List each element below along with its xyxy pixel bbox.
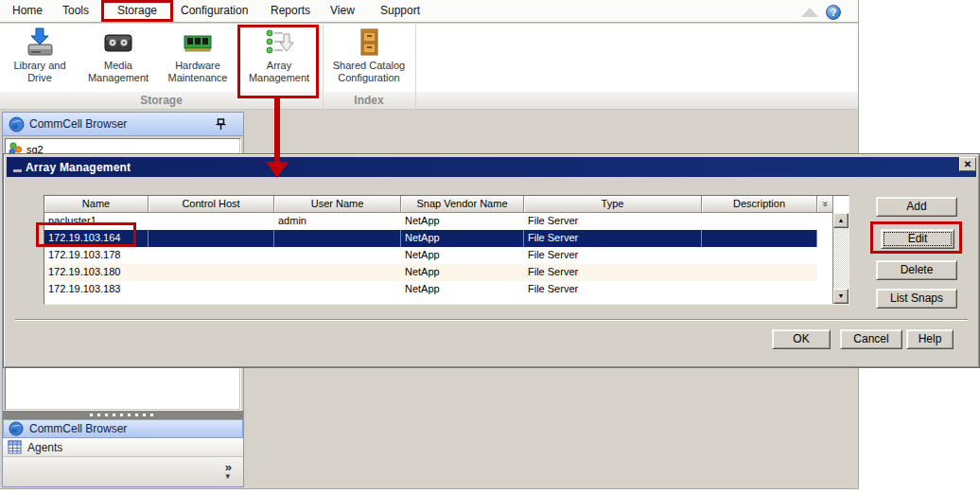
list-snaps-button[interactable]: List Snaps bbox=[876, 289, 957, 309]
table-cell-snap_vendor_name[interactable]: NetApp bbox=[401, 281, 524, 298]
ribbon-separator bbox=[415, 25, 416, 108]
table-cell-description[interactable] bbox=[702, 281, 817, 298]
shortcut-label: Agents bbox=[27, 441, 62, 454]
dialog-title: Array Management bbox=[26, 161, 131, 174]
vertical-scrollbar[interactable] bbox=[832, 213, 849, 304]
cancel-button[interactable]: Cancel bbox=[840, 329, 902, 349]
table-header-row: NameControl HostUser NameSnap Vendor Nam… bbox=[44, 196, 849, 213]
array-table: NameControl HostUser NameSnap Vendor Nam… bbox=[44, 195, 849, 305]
table-cell-type[interactable]: File Server bbox=[524, 213, 702, 230]
table-body: nacluster1adminNetAppFile Server172.19.1… bbox=[44, 213, 817, 304]
commcell-browser-header[interactable]: CommCell Browser bbox=[3, 113, 243, 136]
panel-bottom-strip bbox=[3, 457, 243, 486]
shortcut-commcell-browser[interactable]: CommCell Browser bbox=[3, 419, 243, 438]
dialog-separator bbox=[15, 319, 968, 321]
ribbon-hardware-maintenance[interactable]: Hardware Maintenance bbox=[157, 25, 238, 97]
menu-home[interactable]: Home bbox=[12, 4, 43, 17]
column-header-snap_vendor_name[interactable]: Snap Vendor Name bbox=[401, 196, 524, 213]
help-icon[interactable] bbox=[826, 5, 841, 20]
annotation-box-edit-button bbox=[870, 221, 962, 254]
scroll-up-icon[interactable] bbox=[833, 213, 849, 228]
table-cell-control_host[interactable] bbox=[149, 264, 274, 281]
table-row-172.19.103.178[interactable]: 172.19.103.178NetAppFile Server bbox=[44, 247, 817, 264]
table-cell-snap_vendor_name[interactable]: NetApp bbox=[401, 264, 524, 281]
table-cell-type[interactable]: File Server bbox=[524, 264, 702, 281]
shortcut-agents[interactable]: Agents bbox=[3, 438, 243, 457]
column-header-description[interactable]: Description bbox=[702, 196, 817, 213]
close-icon[interactable] bbox=[959, 157, 976, 171]
annotation-box-storage-menu bbox=[101, 0, 173, 22]
add-button[interactable]: Add bbox=[876, 197, 957, 217]
ribbon-media-management[interactable]: Media Management bbox=[81, 25, 155, 97]
ribbon-label: Library and bbox=[2, 60, 78, 72]
collapse-ribbon-icon[interactable] bbox=[800, 6, 819, 19]
menu-support[interactable]: Support bbox=[380, 4, 420, 17]
annotation-arrow-line bbox=[274, 97, 280, 163]
table-row-nacluster1[interactable]: nacluster1adminNetAppFile Server bbox=[44, 213, 817, 230]
table-row-172.19.103.180[interactable]: 172.19.103.180NetAppFile Server bbox=[44, 264, 817, 281]
table-cell-description[interactable] bbox=[702, 264, 817, 281]
table-cell-user_name[interactable] bbox=[274, 281, 401, 298]
screenshot-root: Home Tools Storage Configuration Reports… bbox=[0, 0, 980, 494]
ribbon-label: Shared Catalog bbox=[325, 60, 412, 72]
pin-icon[interactable] bbox=[216, 118, 226, 131]
panel-splitter[interactable] bbox=[3, 411, 243, 419]
dialog-window-icon bbox=[13, 169, 22, 172]
table-cell-user_name[interactable] bbox=[274, 247, 401, 264]
table-cell-control_host[interactable] bbox=[149, 213, 274, 230]
table-cell-type[interactable]: File Server bbox=[524, 230, 702, 247]
table-cell-snap_vendor_name[interactable]: NetApp bbox=[401, 213, 524, 230]
table-cell-user_name[interactable] bbox=[274, 230, 401, 247]
table-cell-description[interactable] bbox=[702, 247, 817, 264]
delete-button[interactable]: Delete bbox=[876, 260, 957, 280]
column-header-type[interactable]: Type bbox=[524, 196, 702, 213]
library-and-drive-icon bbox=[24, 26, 56, 59]
ribbon-shared-catalog-configuration[interactable]: Shared Catalog Configuration bbox=[325, 25, 412, 97]
table-cell-snap_vendor_name[interactable]: NetApp bbox=[401, 230, 524, 247]
ok-button[interactable]: OK bbox=[772, 329, 831, 349]
column-customize-icon[interactable] bbox=[817, 196, 833, 213]
ribbon-label: Hardware bbox=[157, 60, 238, 72]
table-cell-control_host[interactable] bbox=[149, 230, 274, 247]
table-cell-name[interactable]: 172.19.103.180 bbox=[44, 264, 149, 281]
table-cell-name[interactable]: 172.19.103.183 bbox=[44, 281, 149, 298]
annotation-box-selected-array bbox=[36, 222, 136, 247]
column-header-name[interactable]: Name bbox=[44, 196, 149, 213]
table-row-172.19.103.164[interactable]: 172.19.103.164NetAppFile Server bbox=[44, 230, 817, 247]
column-header-control_host[interactable]: Control Host bbox=[149, 196, 274, 213]
media-management-icon bbox=[102, 26, 134, 59]
table-cell-snap_vendor_name[interactable]: NetApp bbox=[401, 247, 524, 264]
annotation-arrow-head bbox=[266, 162, 289, 178]
ribbon-label: Configuration bbox=[325, 72, 412, 84]
array-management-dialog: Array Management NameControl HostUser Na… bbox=[3, 153, 980, 368]
shared-catalog-icon bbox=[353, 26, 385, 59]
menu-reports[interactable]: Reports bbox=[271, 4, 310, 17]
help-button[interactable]: Help bbox=[906, 329, 954, 349]
table-cell-description[interactable] bbox=[702, 213, 817, 230]
dialog-titlebar: Array Management bbox=[7, 157, 976, 177]
table-row-172.19.103.183[interactable]: 172.19.103.183NetAppFile Server bbox=[44, 281, 817, 298]
table-cell-type[interactable]: File Server bbox=[524, 281, 702, 298]
column-header-user_name[interactable]: User Name bbox=[274, 196, 401, 213]
menu-view[interactable]: View bbox=[330, 4, 355, 17]
agents-grid-icon bbox=[8, 440, 22, 454]
table-cell-type[interactable]: File Server bbox=[524, 247, 702, 264]
ribbon-separator bbox=[323, 25, 324, 108]
ribbon-label: Management bbox=[81, 72, 155, 84]
globe-icon bbox=[9, 421, 24, 436]
table-cell-description[interactable] bbox=[702, 230, 817, 247]
scroll-down-icon[interactable] bbox=[833, 289, 849, 304]
hardware-maintenance-icon bbox=[182, 26, 214, 59]
chevron-down-icon[interactable] bbox=[225, 471, 230, 481]
menu-tools[interactable]: Tools bbox=[62, 4, 89, 17]
table-cell-control_host[interactable] bbox=[149, 281, 274, 298]
menu-configuration[interactable]: Configuration bbox=[181, 4, 248, 17]
ribbon-label: Drive bbox=[2, 72, 78, 84]
ribbon-library-and-drive[interactable]: Library and Drive bbox=[2, 25, 78, 97]
table-cell-control_host[interactable] bbox=[149, 247, 274, 264]
ribbon-label: Maintenance bbox=[157, 72, 238, 84]
table-cell-user_name[interactable] bbox=[274, 264, 401, 281]
table-cell-name[interactable]: 172.19.103.178 bbox=[44, 247, 149, 264]
table-cell-user_name[interactable]: admin bbox=[274, 213, 401, 230]
shortcut-label: CommCell Browser bbox=[29, 422, 127, 435]
